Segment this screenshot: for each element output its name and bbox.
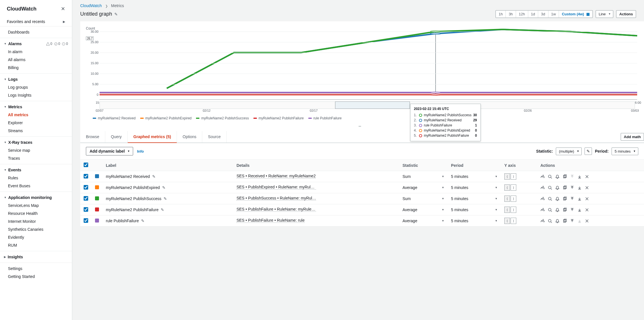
move-down-icon[interactable] bbox=[577, 186, 582, 190]
metric-details[interactable]: SES • PublishExpired • RuleName: myRuleN… bbox=[236, 185, 316, 190]
sidebar-item-service-map[interactable]: Service map bbox=[0, 146, 72, 154]
color-swatch[interactable] bbox=[95, 196, 99, 200]
y-axis-right-button[interactable]: ⟩ bbox=[511, 218, 516, 224]
legend-item[interactable]: myRuleName2 Received bbox=[93, 116, 136, 120]
remove-icon[interactable] bbox=[585, 219, 589, 223]
range-1d[interactable]: 1d bbox=[528, 11, 538, 18]
chart-area[interactable]: 30.0025.0020.0015.0010.005.00026.715:201… bbox=[86, 32, 637, 100]
row-checkbox[interactable] bbox=[84, 196, 88, 201]
anomaly-icon[interactable] bbox=[540, 208, 545, 212]
statistic-dropdown[interactable]: ▼ bbox=[442, 175, 444, 178]
info-link[interactable]: Info bbox=[137, 149, 144, 153]
move-up-icon[interactable] bbox=[570, 186, 575, 190]
period-dropdown[interactable]: ▼ bbox=[495, 219, 498, 222]
add-math-button[interactable]: Add math bbox=[621, 133, 644, 141]
legend-item[interactable]: myRuleName2 PublishSuccess bbox=[196, 116, 249, 120]
statistic-dropdown[interactable]: ▼ bbox=[442, 219, 444, 222]
scrubber-selection[interactable] bbox=[335, 101, 410, 109]
edit-icon[interactable]: ✎ bbox=[162, 185, 166, 190]
y-axis-right-button[interactable]: ⟩ bbox=[511, 207, 516, 213]
tab-query[interactable]: Query bbox=[105, 131, 128, 143]
row-checkbox[interactable] bbox=[84, 207, 88, 212]
remove-icon[interactable] bbox=[585, 208, 589, 212]
color-swatch[interactable] bbox=[95, 185, 99, 189]
metric-details[interactable]: SES • PublishFailure • RuleName: rule bbox=[236, 218, 304, 223]
move-down-icon[interactable] bbox=[577, 197, 582, 201]
sidebar-item-traces[interactable]: Traces bbox=[0, 154, 72, 162]
tab-browse[interactable]: Browse bbox=[80, 131, 105, 143]
move-up-icon[interactable] bbox=[570, 219, 575, 223]
sidebar-item-all-metrics[interactable]: All metrics bbox=[0, 111, 72, 119]
sidebar-item-rum[interactable]: RUM bbox=[0, 241, 72, 249]
copy-icon[interactable] bbox=[563, 174, 567, 179]
metric-details[interactable]: SES • Received • RuleName: myRuleName2 bbox=[236, 174, 315, 178]
sidebar-section-alarms[interactable]: ▼ Alarms 0 0 0 bbox=[0, 40, 72, 48]
anomaly-icon[interactable] bbox=[540, 186, 545, 190]
sidebar-item-dashboards[interactable]: Dashboards bbox=[0, 28, 72, 36]
row-checkbox[interactable] bbox=[84, 185, 88, 190]
y-axis-right-button[interactable]: ⟩ bbox=[511, 196, 516, 202]
chart-type-select[interactable]: Line bbox=[596, 10, 614, 18]
range-12h[interactable]: 12h bbox=[516, 11, 528, 18]
range-3d[interactable]: 3d bbox=[538, 11, 548, 18]
legend-item[interactable]: myRuleName2 PublishFailure bbox=[253, 116, 304, 120]
y-axis-left-button[interactable]: ⟨ bbox=[504, 207, 510, 213]
metric-details[interactable]: SES • PublishSuccess • RuleName: myRuleN… bbox=[236, 196, 316, 201]
edit-icon[interactable]: ✎ bbox=[114, 12, 118, 16]
period-dropdown[interactable]: ▼ bbox=[495, 208, 498, 211]
sidebar-section-metrics[interactable]: ▼Metrics bbox=[0, 103, 72, 111]
range-1h[interactable]: 1h bbox=[496, 11, 506, 18]
breadcrumb-root[interactable]: CloudWatch bbox=[80, 3, 102, 8]
sidebar-section-events[interactable]: ▼Events bbox=[0, 166, 72, 174]
y-axis-left-button[interactable]: ⟨ bbox=[504, 196, 510, 202]
sidebar-favorites[interactable]: Favorites and recents ▶ bbox=[0, 17, 72, 26]
search-icon[interactable] bbox=[548, 197, 552, 201]
move-up-icon[interactable] bbox=[570, 208, 575, 212]
bell-icon[interactable] bbox=[555, 197, 560, 201]
edit-icon[interactable]: ✎ bbox=[164, 196, 167, 201]
move-down-icon[interactable] bbox=[577, 174, 582, 179]
sidebar-section-xray[interactable]: ▼X-Ray traces bbox=[0, 138, 72, 146]
sidebar-item-all-alarms[interactable]: All alarms bbox=[0, 56, 72, 64]
period-select[interactable]: 5 minutes bbox=[612, 147, 638, 155]
edit-statistic-icon[interactable]: ✎ bbox=[585, 147, 592, 155]
edit-icon[interactable]: ✎ bbox=[152, 174, 156, 179]
statistic-dropdown[interactable]: ▼ bbox=[442, 208, 444, 211]
tab-source[interactable]: Source bbox=[202, 131, 226, 143]
period-dropdown[interactable]: ▼ bbox=[495, 186, 498, 189]
bell-icon[interactable] bbox=[555, 174, 560, 179]
metric-details[interactable]: SES • PublishFailure • RuleName: myRuleN… bbox=[236, 207, 316, 212]
statistic-dropdown[interactable]: ▼ bbox=[442, 197, 444, 200]
y-axis-left-button[interactable]: ⟨ bbox=[504, 184, 510, 191]
move-down-icon[interactable] bbox=[577, 208, 582, 212]
overview-scrubber[interactable] bbox=[100, 101, 635, 109]
anomaly-icon[interactable] bbox=[540, 174, 545, 179]
bell-icon[interactable] bbox=[555, 219, 560, 223]
y-axis-left-button[interactable]: ⟨ bbox=[504, 218, 510, 224]
add-dynamic-label-button[interactable]: Add dynamic label bbox=[86, 147, 133, 155]
range-1w[interactable]: 1w bbox=[548, 11, 559, 18]
sidebar-section-insights[interactable]: ▶Insights bbox=[0, 253, 72, 261]
color-swatch[interactable] bbox=[95, 219, 99, 223]
sidebar-item-resource-health[interactable]: Resource Health bbox=[0, 209, 72, 217]
range-3h[interactable]: 3h bbox=[506, 11, 516, 18]
period-dropdown[interactable]: ▼ bbox=[495, 175, 498, 178]
y-axis-left-button[interactable]: ⟨ bbox=[504, 173, 510, 180]
sidebar-item-explorer[interactable]: Explorer bbox=[0, 119, 72, 127]
y-axis-right-button[interactable]: ⟩ bbox=[511, 173, 516, 180]
legend-item[interactable]: myRuleName2 PublishExpired bbox=[140, 116, 192, 120]
bell-icon[interactable] bbox=[555, 208, 560, 212]
tab-graphed[interactable]: Graphed metrics (5) bbox=[128, 131, 177, 143]
tab-options[interactable]: Options bbox=[177, 131, 202, 143]
remove-icon[interactable] bbox=[585, 197, 589, 201]
statistic-select[interactable]: (multiple) bbox=[556, 147, 582, 155]
sidebar-item-logs-insights[interactable]: Logs Insights bbox=[0, 91, 72, 99]
color-swatch[interactable] bbox=[95, 207, 99, 211]
sidebar-item-log-groups[interactable]: Log groups bbox=[0, 83, 72, 91]
actions-button[interactable]: Actions bbox=[616, 10, 636, 18]
copy-icon[interactable] bbox=[563, 197, 567, 201]
sidebar-item-billing[interactable]: Billing bbox=[0, 64, 72, 72]
legend-item[interactable]: rule PublishFailure bbox=[308, 116, 342, 120]
search-icon[interactable] bbox=[548, 208, 552, 212]
sidebar-section-logs[interactable]: ▼Logs bbox=[0, 75, 72, 83]
